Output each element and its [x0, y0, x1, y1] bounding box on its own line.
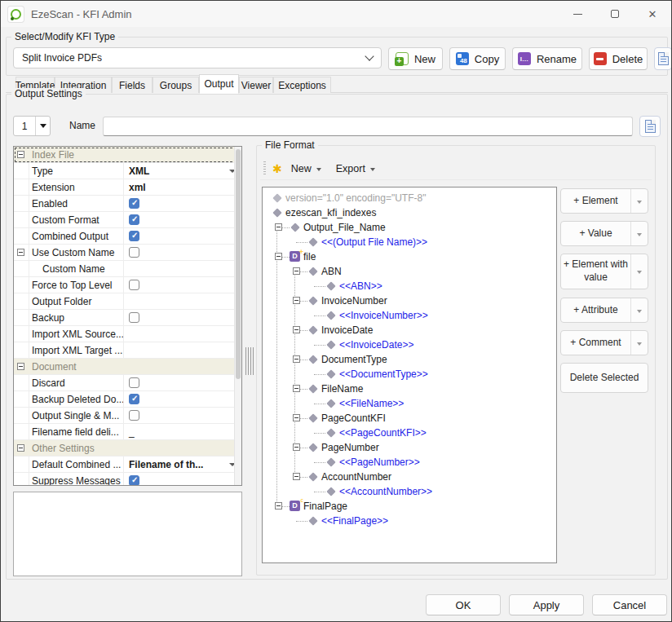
side-button-dropdown[interactable]	[630, 331, 648, 355]
new-kfi-button[interactable]: New	[388, 47, 443, 70]
tree-collapse-toggle[interactable]	[293, 326, 300, 333]
checkbox[interactable]	[129, 231, 139, 241]
collapse-toggle-icon[interactable]	[17, 249, 24, 256]
property-row-type[interactable]: TypeXML	[14, 163, 241, 179]
side-button-delete-selected[interactable]: Delete Selected	[560, 363, 648, 393]
tab-fields[interactable]: Fields	[112, 77, 153, 93]
copy-kfi-button[interactable]: 48 Copy	[449, 47, 506, 70]
tree-collapse-toggle[interactable]	[275, 253, 282, 260]
side-button-element-with-value[interactable]: + Element with value	[560, 254, 648, 289]
maximize-button[interactable]	[596, 1, 634, 27]
property-row-filename-field-deli[interactable]: Filename field deli..._	[14, 424, 241, 440]
tab-groups[interactable]: Groups	[153, 77, 199, 93]
tree-node-pagenumber[interactable]: PageNumber	[263, 440, 556, 455]
property-row-force-to-top-level[interactable]: Force to Top Level	[14, 277, 241, 293]
tree-collapse-toggle[interactable]	[293, 443, 300, 451]
toolbar-grip-handle[interactable]	[263, 161, 266, 175]
property-value[interactable]	[124, 293, 241, 309]
checkbox[interactable]	[129, 394, 139, 404]
kfi-notes-button[interactable]	[654, 47, 672, 70]
property-value[interactable]	[124, 212, 241, 227]
tab-viewer[interactable]: Viewer	[239, 77, 273, 93]
property-row-suppress-messages[interactable]: Suppress Messages	[14, 473, 241, 486]
side-button-comment[interactable]: + Comment	[560, 330, 648, 355]
output-index-spinner[interactable]: 1	[13, 116, 51, 136]
tree-collapse-toggle[interactable]	[293, 473, 300, 480]
tree-node-output-file-name[interactable]: Output_File_Name	[263, 220, 556, 235]
property-row-default-combined[interactable]: Default Combined ...Filename of th...	[14, 457, 241, 473]
collapse-toggle-icon[interactable]	[17, 363, 24, 370]
property-category-other-settings[interactable]: Other Settings	[14, 440, 241, 457]
side-button-dropdown[interactable]	[630, 222, 648, 245]
tree-node-ezescan-kfi-indexes[interactable]: ezescan_kfi_indexes	[263, 205, 556, 220]
property-value[interactable]	[124, 277, 241, 293]
name-input[interactable]	[103, 117, 633, 136]
tree-node-invoicedate[interactable]: InvoiceDate	[263, 323, 556, 337]
cancel-button[interactable]: Cancel	[592, 594, 667, 615]
toolbar-new-dropdown[interactable]: ✱ New	[272, 162, 321, 175]
tab-exceptions[interactable]: Exceptions	[273, 77, 331, 93]
property-row-enabled[interactable]: Enabled	[14, 196, 241, 212]
collapse-toggle-icon[interactable]	[17, 444, 24, 452]
side-button-dropdown[interactable]	[630, 189, 648, 213]
rename-kfi-button[interactable]: I… Rename	[512, 47, 582, 70]
tree-node-file[interactable]: D+file	[263, 249, 556, 264]
panel-splitter-handle[interactable]	[245, 347, 254, 375]
property-value[interactable]	[124, 196, 241, 211]
property-row-use-custom-name[interactable]: Use Custom Name	[14, 245, 241, 261]
tree-collapse-toggle[interactable]	[293, 355, 300, 363]
property-row-output-folder[interactable]: Output Folder	[14, 293, 241, 310]
checkbox[interactable]	[129, 377, 139, 388]
tree-node-pagecountkfi[interactable]: PageCountKFI	[263, 411, 556, 426]
property-value[interactable]	[124, 408, 241, 423]
checkbox[interactable]	[129, 198, 139, 209]
property-row-backup[interactable]: Backup	[14, 310, 241, 326]
tree-node-abn[interactable]: <<ABN>>	[263, 279, 556, 293]
checkbox[interactable]	[129, 280, 139, 290]
tree-node-invoicedate[interactable]: <<InvoiceDate>>	[263, 337, 556, 352]
checkbox[interactable]	[129, 475, 139, 486]
kfi-type-combobox[interactable]: Split Invoice PDFs	[13, 47, 382, 68]
property-value[interactable]: _	[124, 424, 241, 439]
tree-node-version-1-0-encoding-utf-8[interactable]: version="1.0" encoding="UTF-8"	[263, 191, 556, 205]
tree-node-documenttype[interactable]: DocumentType	[263, 352, 556, 367]
output-index-dropdown[interactable]	[35, 117, 50, 135]
property-row-import-xml-target[interactable]: Import XML Target ...	[14, 342, 241, 359]
tree-collapse-toggle[interactable]	[293, 385, 300, 392]
property-category-index-file[interactable]: Index File	[14, 147, 241, 163]
delete-kfi-button[interactable]: Delete	[589, 47, 648, 70]
name-notes-button[interactable]	[639, 116, 661, 137]
side-button-dropdown[interactable]	[630, 254, 648, 289]
property-row-discard[interactable]: Discard	[14, 375, 241, 391]
property-row-custom-format[interactable]: Custom Format	[14, 212, 241, 228]
property-value[interactable]	[124, 310, 241, 325]
property-category-document[interactable]: Document	[14, 359, 241, 375]
tree-node-accountnumber[interactable]: <<AccountNumber>>	[263, 484, 556, 499]
property-value[interactable]	[124, 245, 241, 260]
property-row-backup-deleted-do[interactable]: Backup Deleted Do...	[14, 391, 241, 408]
tree-collapse-toggle[interactable]	[293, 414, 300, 421]
property-value[interactable]	[124, 391, 241, 407]
property-value[interactable]	[124, 228, 241, 244]
tree-node-finalpage[interactable]: DᶜFinalPage	[263, 499, 556, 514]
apply-button[interactable]: Apply	[509, 594, 584, 615]
checkbox[interactable]	[129, 312, 139, 323]
tree-collapse-toggle[interactable]	[275, 223, 282, 231]
side-button-element[interactable]: + Element	[560, 188, 648, 214]
tree-collapse-toggle[interactable]	[275, 502, 282, 510]
tree-collapse-toggle[interactable]	[293, 297, 300, 304]
tree-node-finalpage[interactable]: <<FinalPage>>	[263, 514, 556, 528]
scrollbar-thumb[interactable]	[236, 149, 241, 379]
toolbar-export-dropdown[interactable]: Export	[336, 163, 375, 174]
property-value[interactable]	[124, 326, 241, 342]
property-value[interactable]: XML	[124, 163, 241, 179]
property-value[interactable]: Filename of th...	[124, 457, 241, 472]
property-value[interactable]: xml	[124, 179, 241, 195]
checkbox[interactable]	[129, 214, 139, 225]
minimize-button[interactable]	[559, 1, 596, 27]
checkbox[interactable]	[129, 247, 139, 258]
tree-node-documenttype[interactable]: <<DocumentType>>	[263, 367, 556, 382]
ok-button[interactable]: OK	[426, 594, 501, 615]
tree-node-output-file-name[interactable]: <<(Output File Name)>>	[263, 235, 556, 249]
property-value[interactable]	[124, 342, 241, 358]
